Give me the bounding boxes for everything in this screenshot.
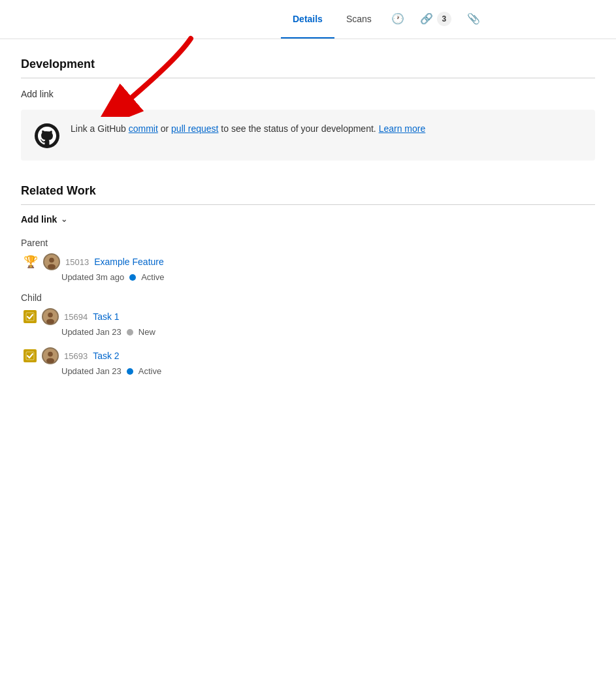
commit-link[interactable]: commit bbox=[129, 123, 158, 134]
attachment-icon: 📎 bbox=[467, 12, 480, 25]
tab-attachment[interactable]: 📎 bbox=[459, 0, 488, 39]
parent-label: Parent bbox=[21, 238, 595, 248]
development-section: Development Add link Link a bbox=[21, 57, 595, 161]
related-work-title: Related Work bbox=[21, 184, 595, 198]
development-title: Development bbox=[21, 57, 595, 71]
dev-add-link[interactable]: Add link bbox=[21, 87, 595, 101]
child-item-1-meta: Updated Jan 23 New bbox=[61, 327, 595, 337]
list-item: 15693 Task 2 Updated Jan 23 Active bbox=[24, 347, 595, 376]
learn-more-link[interactable]: Learn more bbox=[379, 123, 426, 134]
task-icon bbox=[24, 310, 37, 323]
tab-details[interactable]: Details bbox=[281, 0, 334, 39]
svg-point-3 bbox=[49, 258, 54, 263]
parent-item-meta: Updated 3m ago Active bbox=[61, 272, 595, 282]
tab-bar: Details Scans 🕐 🔗 3 📎 bbox=[0, 0, 616, 39]
pull-request-link[interactable]: pull request bbox=[171, 123, 218, 134]
related-work-divider bbox=[21, 204, 595, 205]
development-divider bbox=[21, 78, 595, 78]
child-item-1-title[interactable]: Task 1 bbox=[93, 311, 119, 322]
tab-links[interactable]: 🔗 3 bbox=[412, 0, 459, 39]
feature-icon: 🏆 bbox=[24, 255, 38, 269]
link-icon: 🔗 bbox=[420, 12, 433, 25]
tab-scans[interactable]: Scans bbox=[334, 0, 383, 39]
history-icon: 🕐 bbox=[391, 12, 404, 25]
tab-history[interactable]: 🕐 bbox=[383, 0, 412, 39]
status-dot-active bbox=[127, 368, 133, 375]
list-item: 15694 Task 1 Updated Jan 23 New bbox=[24, 308, 595, 337]
github-info-text: Link a GitHub commit or pull request to … bbox=[71, 121, 425, 136]
annotation-arrow bbox=[73, 32, 217, 117]
links-badge: 3 bbox=[437, 12, 451, 26]
task-icon bbox=[24, 349, 37, 362]
svg-point-7 bbox=[48, 313, 53, 318]
github-info-box: Link a GitHub commit or pull request to … bbox=[21, 110, 595, 161]
svg-point-11 bbox=[48, 352, 53, 357]
github-logo-icon bbox=[34, 123, 60, 149]
avatar bbox=[42, 308, 59, 325]
avatar bbox=[42, 347, 59, 364]
child-label: Child bbox=[21, 292, 595, 303]
related-add-link-dropdown[interactable]: Add link ⌄ bbox=[21, 214, 67, 225]
child-item-2-meta: Updated Jan 23 Active bbox=[61, 366, 595, 376]
parent-item-title[interactable]: Example Feature bbox=[94, 257, 164, 267]
main-content: Development Add link Link a bbox=[0, 39, 616, 405]
chevron-down-icon: ⌄ bbox=[61, 215, 67, 224]
list-item: 🏆 15013 Example Feature Updated 3m ago A… bbox=[24, 253, 595, 282]
related-work-section: Related Work Add link ⌄ Parent 🏆 bbox=[21, 184, 595, 376]
avatar bbox=[43, 253, 60, 270]
status-dot-active bbox=[129, 274, 136, 281]
child-item-2-title[interactable]: Task 2 bbox=[93, 351, 119, 361]
status-dot-new bbox=[127, 329, 133, 336]
